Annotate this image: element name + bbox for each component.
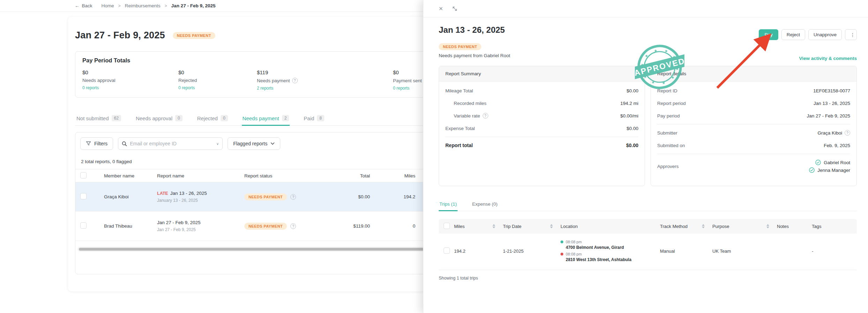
reports-link[interactable]: 0 reports [393,86,409,91]
kv-value: $0.00/mi [620,113,638,119]
report-subtitle: January 13 - 26, 2025 [157,198,244,203]
trip-track-method: Manual [660,249,712,254]
reports-link[interactable]: 0 reports [178,85,195,90]
report-subtitle: Jan 27 - Feb 9, 2025 [157,227,244,232]
col-report-name: Report name [157,173,244,178]
help-icon[interactable]: ? [290,194,296,200]
approver-name: Jenna Manager [817,168,850,173]
help-icon[interactable]: ? [292,78,298,83]
expand-icon[interactable] [452,6,457,11]
report-total-label: Report total [445,143,473,148]
approver-name: Gabriel Root [824,160,850,165]
col-miles: Miles [370,173,415,178]
trip-row[interactable]: 194.2 1-21-2025 08:08 pm 4700 Belmont Av… [439,234,857,270]
sort-icon[interactable] [766,224,769,228]
select-all-checkbox[interactable] [444,223,450,229]
tab-count: 8 [317,115,324,121]
late-flag: LATE [157,191,168,196]
tab-label: Needs approval [136,115,172,121]
help-icon[interactable]: ? [483,113,488,119]
breadcrumb-reimbursements[interactable]: Reimbursements [125,3,161,8]
kebab-icon: ⋮ [850,32,855,38]
status-badge: NEEDS PAYMENT [439,43,481,50]
select-all-checkbox[interactable] [80,172,87,178]
trip-tags: - [812,249,857,254]
col-track-method: Track Method [660,224,688,229]
unapprove-button[interactable]: Unapprove [808,29,842,40]
filters-label: Filters [94,141,107,146]
search-input[interactable] [130,141,214,146]
kv-value: $0.00 [626,88,638,93]
col-member-name: Member name [91,173,157,178]
col-miles: Miles [454,224,465,229]
report-details-card: Report details Report ID 1EF0E3158-0077 … [651,66,857,186]
sort-icon[interactable] [492,224,495,228]
back-link[interactable]: ← Back [75,3,92,8]
trips-footer: Showing 1 total trips [439,276,857,281]
help-icon[interactable]: ? [845,130,850,136]
tab-count: 0 [221,115,228,121]
total-label: Payment sent [393,78,422,83]
trip-purpose: UK Team [712,249,777,254]
total-amount: $0 [178,69,257,75]
chevron-down-icon[interactable]: ∨ [216,142,219,146]
tab-paid[interactable]: Paid 8 [303,113,325,125]
sort-icon[interactable] [702,224,705,228]
sort-icon[interactable] [550,224,553,228]
reports-link[interactable]: 0 reports [82,85,99,90]
kv-label: Recorded miles [445,101,487,106]
funnel-icon [86,141,91,146]
row-checkbox[interactable] [80,222,87,229]
tab-expense[interactable]: Expense (0) [472,199,498,211]
approver: Jenna Manager [809,167,850,173]
help-icon[interactable]: ? [290,223,296,229]
total-needs-payment: $119 Needs payment ? 2 reports [257,69,393,91]
tab-count: 62 [112,115,121,121]
reports-link[interactable]: 2 reports [257,86,273,91]
row-checkbox[interactable] [444,247,450,254]
end-address: 2810 West 13th Street, Ashtabula [566,257,660,262]
tab-label: Paid [304,115,314,121]
pay-button[interactable]: Pay [759,29,778,40]
flagged-reports-label: Flagged reports [233,141,267,146]
tab-not-submitted[interactable]: Not submitted 62 [76,113,122,125]
kv-label: Pay period [657,113,680,119]
report-total: $0.00 [325,194,370,199]
kv-value: Graça Kiboi [817,130,842,136]
flagged-reports-dropdown[interactable]: Flagged reports [228,137,280,150]
report-details-title: Report details [651,66,856,82]
report-total-value: $0.00 [626,143,638,148]
status-text: Needs payment from Gabriel Root [439,53,857,58]
view-activity-link[interactable]: View activity & comments [799,56,857,61]
kv-label: Submitted on [657,143,685,148]
tab-needs-approval[interactable]: Needs approval 0 [135,113,183,125]
report-summary-card: Report Summary Mileage Total $0.00 Recor… [439,66,645,186]
reject-button[interactable]: Reject [781,29,805,40]
row-checkbox[interactable] [80,193,87,199]
end-dot-icon [561,253,563,255]
member-name: Brad Thibeau [91,223,157,229]
tab-rejected[interactable]: Rejected 0 [196,113,229,125]
close-icon[interactable]: ✕ [439,6,443,12]
status-badge: NEEDS PAYMENT [244,193,287,200]
report-name: Jan 13 - 26, 2025 [170,191,207,196]
search-box[interactable]: ∨ [118,137,223,150]
kv-value: $0.00 [626,126,638,131]
kv-label: Mileage Total [445,88,473,93]
check-circle-icon [815,160,821,165]
tab-needs-payment[interactable]: Needs payment 2 [242,113,290,125]
more-actions-button[interactable]: ⋮ [845,29,857,40]
trips-expense-tabs: Trips (1) Expense (0) [439,199,857,211]
tab-trips[interactable]: Trips (1) [439,199,458,211]
member-name: Graça Kiboi [91,194,157,199]
tab-count: 2 [282,115,289,121]
breadcrumb-home[interactable]: Home [102,3,114,8]
total-label: Needs payment [257,78,290,83]
back-label: Back [82,3,92,8]
approver: Gabriel Root [815,160,850,165]
filters-button[interactable]: Filters [80,137,113,150]
report-miles: 0 [370,223,415,229]
status-badge: NEEDS PAYMENT [244,223,287,230]
back-arrow-icon: ← [75,3,80,8]
kv-value: Feb. 9, 2025 [824,143,850,148]
